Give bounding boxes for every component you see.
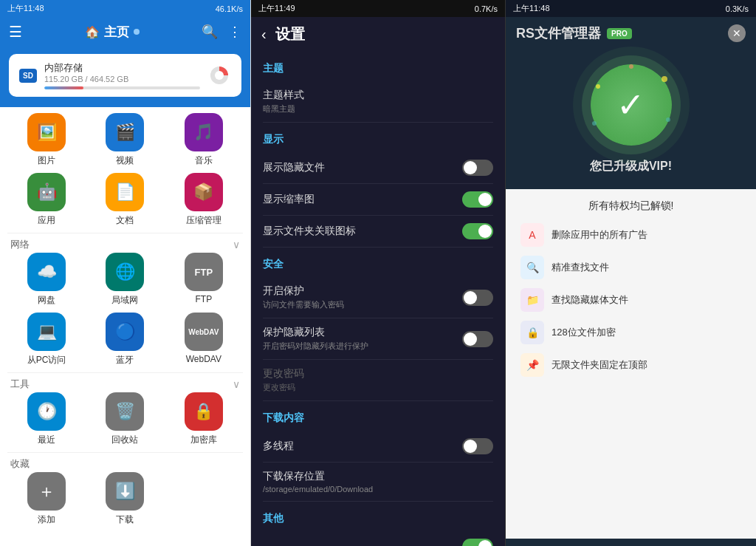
grid-item-cloud[interactable]: ☁️ 网盘: [17, 253, 76, 307]
other-toggle[interactable]: [462, 539, 493, 546]
protection-label: 开启保护: [263, 284, 462, 298]
add-label: 添加: [38, 513, 55, 526]
benefit-hidden-icon: 📁: [520, 288, 544, 312]
multithread-toggle[interactable]: [462, 438, 493, 454]
video-icon: 🎬: [106, 113, 144, 151]
settings-download-path[interactable]: 下载保存位置 /storage/emulated/0/Download: [263, 463, 493, 502]
section-display-title: 显示: [263, 133, 493, 146]
settings-protection[interactable]: 开启保护 访问文件需要输入密码: [263, 277, 493, 318]
protection-toggle[interactable]: [462, 290, 493, 306]
download-path-value: /storage/emulated/0/Download: [263, 485, 493, 494]
panel-settings: 上午11:49 0.7K/s ‹ 设置 主题 主题样式 暗黑主题 显示 展示隐藏…: [251, 0, 506, 546]
section-favorites: 收藏: [7, 452, 243, 472]
settings-protect-hidden[interactable]: 保护隐藏列表 开启密码对隐藏列表进行保护: [263, 318, 493, 360]
grid-item-bluetooth[interactable]: 🔵 蓝牙: [95, 313, 154, 366]
network-chevron[interactable]: ∨: [233, 239, 240, 250]
search-icon[interactable]: 🔍: [202, 24, 218, 40]
grid-item-vault[interactable]: 🔒 加密库: [174, 392, 233, 446]
svg-point-5: [666, 117, 670, 122]
vip-title-area: RS文件管理器 PRO: [516, 24, 632, 42]
menu-icon[interactable]: ☰: [9, 23, 22, 41]
settings-theme-style[interactable]: 主题样式 暗黑主题: [263, 81, 493, 123]
ftp-icon: FTP: [185, 253, 223, 291]
network-row-1: ☁️ 网盘 🌐 局域网 FTP FTP: [7, 253, 243, 307]
grid-item-recent[interactable]: 🕐 最近: [17, 392, 76, 446]
photos-label: 图片: [38, 154, 55, 167]
protect-hidden-toggle[interactable]: [462, 331, 493, 347]
benefit-encrypt: 🔒 128位文件加密: [520, 321, 741, 344]
network-row-2: 💻 从PC访问 🔵 蓝牙 WebDAV WebDAV: [7, 313, 243, 366]
recent-icon: 🕐: [27, 392, 66, 431]
grid-section: 🖼️ 图片 🎬 视频 🎵 音乐 🤖 应用 📄 文档 📦: [0, 107, 250, 546]
grid-item-trash[interactable]: 🗑️ 回收站: [95, 392, 154, 446]
grid-item-download[interactable]: ⬇️ 下载: [95, 472, 154, 526]
change-password-sublabel: 更改密码: [263, 382, 493, 393]
svg-point-3: [662, 76, 667, 82]
grid-item-video[interactable]: 🎬 视频: [95, 113, 154, 167]
close-button[interactable]: ✕: [728, 24, 746, 42]
panel-vip: 上午11:48 0.3K/s RS文件管理器 PRO ✕ ✓ 您已升级成VIP!…: [506, 0, 756, 546]
benefit-hidden-text: 查找隐藏媒体文件: [551, 293, 628, 307]
grid-item-lan[interactable]: 🌐 局域网: [95, 253, 154, 307]
theme-style-value: 暗黑主题: [263, 103, 493, 115]
grid-item-music[interactable]: 🎵 音乐: [174, 113, 233, 167]
grid-item-zip[interactable]: 📦 压缩管理: [174, 173, 233, 227]
tools-chevron[interactable]: ∨: [233, 378, 240, 390]
docs-icon: 📄: [106, 173, 144, 211]
vip-header: RS文件管理器 PRO ✕: [506, 17, 756, 50]
status-bar-1: 上午11:48 46.1K/s: [0, 0, 250, 17]
speed-1: 46.1K/s: [216, 4, 243, 13]
more-icon[interactable]: ⋮: [228, 24, 241, 40]
grid-item-apps[interactable]: 🤖 应用: [17, 173, 76, 227]
grid-item-docs[interactable]: 📄 文档: [95, 173, 154, 227]
header-2: ‹ 设置: [251, 17, 505, 52]
grid-item-photos[interactable]: 🖼️ 图片: [17, 113, 76, 167]
svg-point-6: [629, 64, 633, 69]
benefit-search-text: 精准查找文件: [551, 261, 609, 274]
show-thumbnail-toggle[interactable]: [462, 191, 493, 208]
tools-row-1: 🕐 最近 🗑️ 回收站 🔒 加密库: [7, 392, 243, 446]
settings-show-thumbnail[interactable]: 显示缩率图: [263, 184, 493, 216]
grid-row-1: 🖼️ 图片 🎬 视频 🎵 音乐: [7, 113, 243, 167]
show-hidden-label: 展示隐藏文件: [263, 161, 462, 174]
storage-card[interactable]: SD 内部存储 115.20 GB / 464.52 GB: [0, 47, 250, 107]
benefit-pin: 📌 无限文件夹固定在顶部: [520, 353, 741, 377]
grid-item-ftp[interactable]: FTP FTP: [174, 253, 233, 307]
zip-icon: 📦: [185, 173, 223, 211]
back-button[interactable]: ‹: [261, 26, 267, 43]
benefit-encrypt-icon: 🔒: [520, 321, 544, 344]
grid-item-add[interactable]: ＋ 添加: [17, 472, 76, 526]
grid-item-pc[interactable]: 💻 从PC访问: [17, 313, 76, 366]
show-folder-icon-toggle[interactable]: [462, 223, 493, 239]
benefit-pin-icon: 📌: [520, 353, 544, 377]
settings-show-folder-icon[interactable]: 显示文件夹关联图标: [263, 216, 493, 248]
show-thumbnail-label: 显示缩率图: [263, 193, 462, 206]
section-theme-title: 主题: [263, 62, 493, 75]
webdav-label: WebDAV: [186, 354, 221, 364]
pc-icon: 💻: [27, 313, 66, 351]
settings-other-item[interactable]: [263, 531, 493, 546]
benefit-search-icon: 🔍: [520, 256, 544, 279]
music-label: 音乐: [195, 154, 213, 167]
show-hidden-toggle[interactable]: [462, 160, 493, 176]
cloud-label: 网盘: [38, 294, 55, 307]
benefits-title: 所有特权均已解锁!: [520, 199, 741, 213]
benefit-ads-text: 删除应用中的所有广告: [551, 228, 647, 242]
storage-info: 内部存储 115.20 GB / 464.52 GB: [44, 61, 200, 89]
vault-label: 加密库: [190, 434, 217, 446]
grid-item-webdav[interactable]: WebDAV WebDAV: [174, 313, 233, 366]
section-favorites-title: 收藏: [10, 457, 30, 471]
svg-point-2: [596, 84, 600, 89]
apps-icon: 🤖: [27, 173, 66, 211]
protect-hidden-label: 保护隐藏列表: [263, 326, 462, 339]
theme-style-label: 主题样式: [263, 89, 493, 102]
time-1: 上午11:48: [7, 3, 44, 14]
multithread-label: 多线程: [263, 440, 462, 453]
settings-show-hidden[interactable]: 展示隐藏文件: [263, 152, 493, 184]
section-network-title: 网络: [10, 238, 30, 251]
download-label: 下载: [116, 513, 134, 526]
storage-progress-fill: [44, 86, 83, 89]
settings-multithread[interactable]: 多线程: [263, 431, 493, 463]
benefit-search: 🔍 精准查找文件: [520, 256, 741, 279]
protection-sublabel: 访问文件需要输入密码: [263, 299, 462, 310]
